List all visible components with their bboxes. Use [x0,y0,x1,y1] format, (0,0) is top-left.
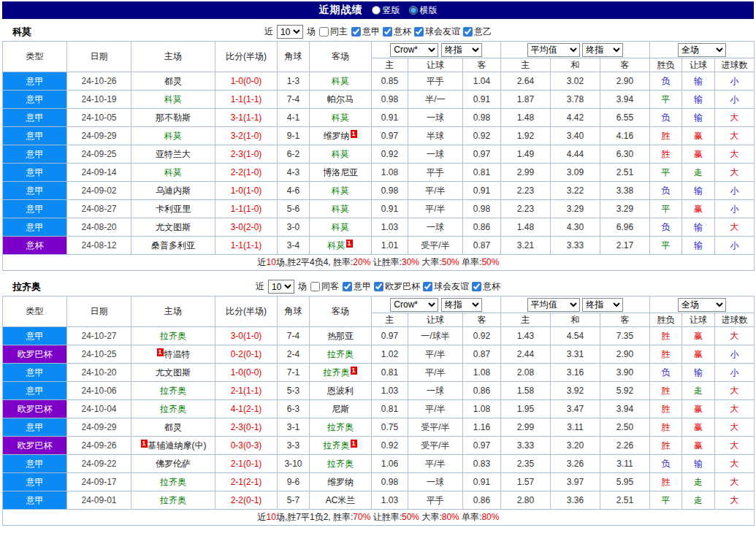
recent-count-select[interactable]: 10 [268,280,294,294]
league-checkbox[interactable] [414,27,424,37]
bookmaker-select[interactable]: Crow* [390,298,438,312]
result-cell: 胜 [650,437,682,455]
score-cell[interactable]: 1-1(1-1) [215,237,278,255]
score-cell[interactable]: 0-2(0-1) [215,345,278,364]
home-team-cell[interactable]: 拉齐奥 [131,400,215,418]
layout-option-horizontal[interactable]: 横版 [409,4,438,17]
vertical-radio[interactable] [372,6,381,15]
team-name: 都灵 [164,422,182,432]
away-team-cell[interactable]: 科莫 [310,145,372,164]
league-checkbox[interactable] [374,282,383,291]
home-team-cell[interactable]: 尤文图斯 [131,218,215,237]
score-cell[interactable]: 2-1(1-1) [215,382,278,400]
league-filter-球会友谊[interactable]: 球会友谊 [414,26,460,38]
match-row: 欧罗巴杯24-09-261基辅迪纳摩(中)0-3(0-3)3-3拉齐奥10.92… [3,437,755,455]
league-filter-意甲[interactable]: 意甲 [343,280,371,293]
score-cell[interactable]: 1-0(0-0) [215,364,278,382]
away-team-cell[interactable]: 拉齐奥1 [310,437,372,455]
score-cell[interactable]: 2-1(0-1) [215,455,278,473]
score-cell[interactable]: 2-1(2-1) [215,473,278,491]
same-venue-filter[interactable]: 同主 [319,26,348,38]
score-cell[interactable]: 3-0(1-0) [215,327,278,345]
same-venue-checkbox[interactable] [310,282,320,291]
home-team-cell[interactable]: 乌迪内斯 [131,182,215,200]
home-team-cell[interactable]: 拉齐奥 [131,382,215,400]
score-cell[interactable]: 3-2(1-0) [215,127,278,145]
odds-time-select[interactable]: 终指 [441,298,482,312]
home-team-cell[interactable]: 科莫 [131,91,215,109]
same-venue-filter[interactable]: 同客 [310,280,339,293]
league-filter-球会友谊[interactable]: 球会友谊 [423,280,469,293]
away-team-cell[interactable]: 热那亚 [310,327,372,345]
scope-select[interactable]: 全场 [678,298,726,312]
league-filter-意杯[interactable]: 意杯 [472,280,500,293]
home-team-cell[interactable]: 佛罗伦萨 [131,455,215,473]
league-filter-欧罗巴杯[interactable]: 欧罗巴杯 [374,280,420,293]
away-team-cell[interactable]: 拉齐奥 [310,418,372,437]
away-team-cell[interactable]: 科莫1 [310,237,372,255]
score-cell[interactable]: 2-2(0-1) [215,491,278,510]
away-team-cell[interactable]: 帕尔马 [310,91,372,109]
league-checkbox[interactable] [463,27,473,37]
away-team-cell[interactable]: 科莫 [310,200,372,218]
home-team-cell[interactable]: 拉齐奥 [131,473,215,491]
horizontal-radio[interactable] [409,6,418,15]
score-cell[interactable]: 1-1(1-0) [215,200,278,218]
layout-option-vertical[interactable]: 竖版 [372,4,400,17]
score-cell[interactable]: 1-1(1-1) [215,91,278,109]
score-cell[interactable]: 2-2(1-0) [215,164,278,182]
recent-count-select[interactable]: 10 [277,25,303,39]
league-filter-意乙[interactable]: 意乙 [463,26,492,38]
league-checkbox[interactable] [351,27,361,37]
away-team-cell[interactable]: 尼斯 [310,400,372,418]
league-filter-意杯[interactable]: 意杯 [383,26,411,38]
home-team-cell[interactable]: 卡利亚里 [131,200,215,218]
away-team-cell[interactable]: 拉齐奥 [310,455,372,473]
score-cell[interactable]: 0-3(0-3) [215,437,278,455]
away-team-cell[interactable]: 博洛尼亚 [310,164,372,182]
home-team-cell[interactable]: 拉齐奥 [131,491,215,510]
home-team-cell[interactable]: 1特温特 [131,345,215,364]
away-team-cell[interactable]: 科莫 [310,72,372,91]
away-team-cell[interactable]: 科莫 [310,109,372,127]
away-team-cell[interactable]: 拉齐奥 [310,345,372,364]
average-time-select[interactable]: 终指 [582,43,623,57]
result-cell: 负 [650,218,682,237]
home-team-cell[interactable]: 都灵 [131,418,215,437]
score-cell[interactable]: 1-0(1-0) [215,182,278,200]
score-cell[interactable]: 3-0(2-0) [215,218,278,237]
away-team-cell[interactable]: 恩波利 [310,382,372,400]
league-checkbox[interactable] [472,282,481,291]
average-select[interactable]: 平均值 [527,298,580,312]
league-checkbox[interactable] [423,282,432,291]
home-team-cell[interactable]: 那不勒斯 [131,109,215,127]
away-team-cell[interactable]: 维罗纳 [310,473,372,491]
same-venue-checkbox[interactable] [319,27,329,37]
home-team-cell[interactable]: 尤文图斯 [131,364,215,382]
score-cell[interactable]: 3-1(1-1) [215,109,278,127]
home-team-cell[interactable]: 亚特兰大 [131,145,215,164]
away-team-cell[interactable]: AC米兰 [310,491,372,510]
league-checkbox[interactable] [383,27,392,37]
away-team-cell[interactable]: 科莫 [310,218,372,237]
home-team-cell[interactable]: 桑普多利亚 [131,237,215,255]
league-checkbox[interactable] [343,282,352,291]
away-team-cell[interactable]: 拉齐奥1 [310,364,372,382]
away-team-cell[interactable]: 科莫 [310,182,372,200]
away-team-cell[interactable]: 维罗纳1 [310,127,372,145]
odds-time-select[interactable]: 终指 [441,43,482,57]
home-team-cell[interactable]: 1基辅迪纳摩(中) [131,437,215,455]
score-cell[interactable]: 2-3(1-0) [215,145,278,164]
home-team-cell[interactable]: 科莫 [131,127,215,145]
home-team-cell[interactable]: 拉齐奥 [131,327,215,345]
home-team-cell[interactable]: 科莫 [131,164,215,182]
average-select[interactable]: 平均值 [527,43,580,57]
bookmaker-select[interactable]: Crow* [390,43,438,57]
average-time-select[interactable]: 终指 [582,298,623,312]
score-cell[interactable]: 2-3(0-1) [215,418,278,437]
score-cell[interactable]: 4-1(2-1) [215,400,278,418]
home-team-cell[interactable]: 都灵 [131,72,215,91]
scope-select[interactable]: 全场 [678,43,726,57]
league-filter-意甲[interactable]: 意甲 [351,26,380,38]
score-cell[interactable]: 1-0(0-0) [215,72,278,91]
